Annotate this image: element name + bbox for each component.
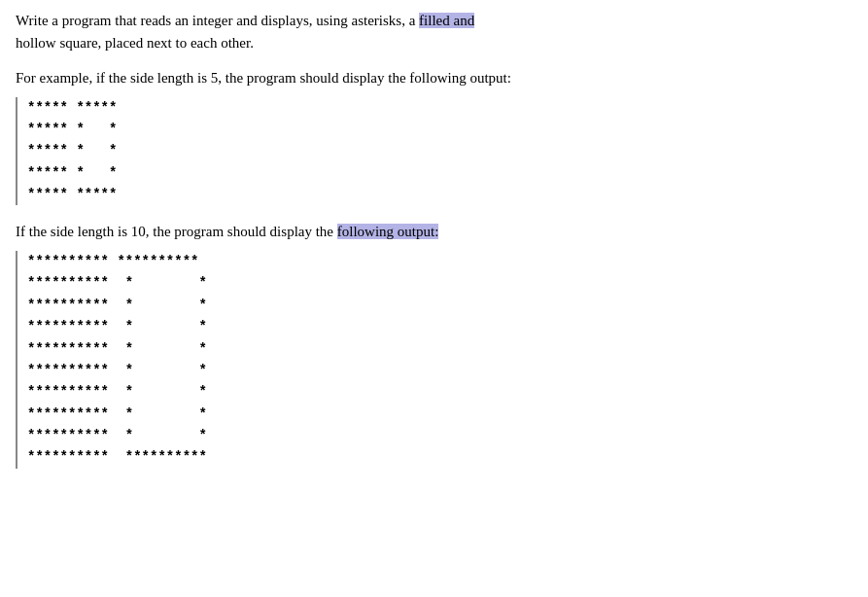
example1-intro: For example, if the side length is 5, th… — [16, 67, 852, 89]
example1-code: ***** ***** ***** * * ***** * * ***** * … — [27, 100, 117, 203]
example2-text-before: If the side length is 10, the program sh… — [16, 224, 337, 239]
example2-code-block: ********** ********** ********** * * ***… — [16, 251, 852, 469]
example2-code: ********** ********** ********** * * ***… — [27, 254, 207, 466]
example1-intro-text: For example, if the side length is 5, th… — [16, 70, 511, 86]
example2-intro: If the side length is 10, the program sh… — [16, 221, 852, 243]
example2-text-highlight: following output: — [337, 224, 439, 239]
example1-code-block: ***** ***** ***** * * ***** * * ***** * … — [16, 97, 852, 206]
intro-text-before: Write a program that reads an integer an… — [16, 13, 419, 28]
intro-paragraph: Write a program that reads an integer an… — [16, 10, 852, 53]
intro-text-highlight: filled and — [419, 13, 474, 28]
